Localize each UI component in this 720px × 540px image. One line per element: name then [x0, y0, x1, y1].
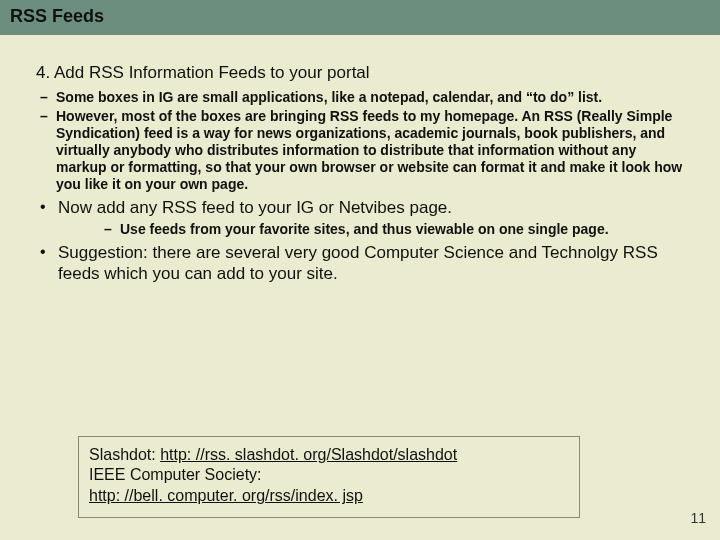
- step-title: Add RSS Information Feeds to your portal: [54, 63, 370, 82]
- slide: RSS Feeds 4. Add RSS Information Feeds t…: [0, 0, 720, 540]
- bullet-item: Suggestion: there are several very good …: [36, 242, 684, 285]
- bullet-text: Now add any RSS feed to your IG or Netvi…: [58, 198, 452, 217]
- link-label-ieee: IEEE Computer Society:: [89, 466, 262, 483]
- link-line-1: Slashdot: http: //rss. slashdot. org/Sla…: [89, 445, 569, 466]
- link-line-2-label: IEEE Computer Society:: [89, 465, 569, 486]
- link-url-ieee[interactable]: http: //bell. computer. org/rss/index. j…: [89, 487, 363, 504]
- link-label-slashdot: Slashdot:: [89, 446, 160, 463]
- title-bar: RSS Feeds: [0, 0, 720, 35]
- bullet-sublist: Use feeds from your favorite sites, and …: [100, 221, 684, 238]
- main-bullets: Now add any RSS feed to your IG or Netvi…: [36, 197, 684, 284]
- step-sublist: Some boxes in IG are small applications,…: [36, 89, 684, 193]
- link-box: Slashdot: http: //rss. slashdot. org/Sla…: [78, 436, 580, 518]
- content-area: 4. Add RSS Information Feeds to your por…: [0, 35, 720, 284]
- step-sub-item: Some boxes in IG are small applications,…: [36, 89, 684, 106]
- link-url-slashdot[interactable]: http: //rss. slashdot. org/Slashdot/slas…: [160, 446, 457, 463]
- step-number: 4.: [36, 63, 50, 82]
- bullet-item: Now add any RSS feed to your IG or Netvi…: [36, 197, 684, 237]
- page-number: 11: [690, 510, 706, 526]
- step-heading: 4. Add RSS Information Feeds to your por…: [36, 63, 684, 83]
- slide-title: RSS Feeds: [10, 6, 710, 27]
- bullet-text: Suggestion: there are several very good …: [58, 243, 658, 283]
- link-line-2-url: http: //bell. computer. org/rss/index. j…: [89, 486, 569, 507]
- step-sub-item: However, most of the boxes are bringing …: [36, 108, 684, 193]
- bullet-sub-item: Use feeds from your favorite sites, and …: [100, 221, 684, 238]
